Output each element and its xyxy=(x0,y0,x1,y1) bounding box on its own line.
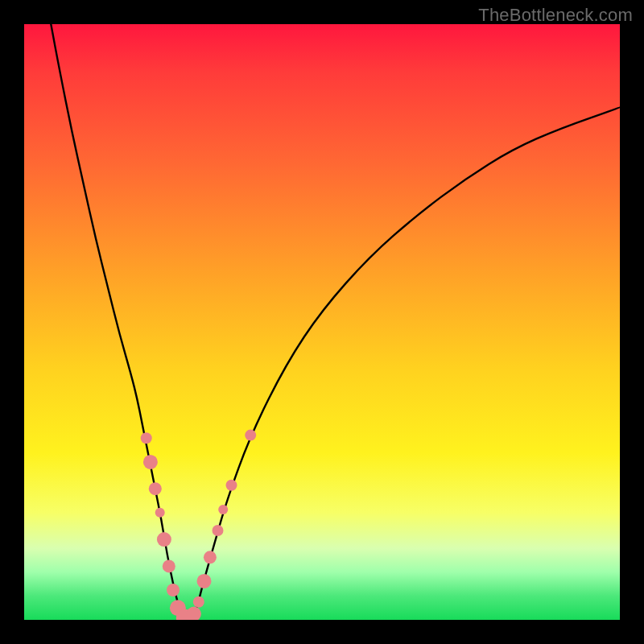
curve-marker xyxy=(245,430,256,441)
curve-marker xyxy=(187,607,201,620)
curve-marker xyxy=(204,551,217,564)
plot-area xyxy=(24,24,620,620)
curve-marker xyxy=(197,574,212,588)
chart-stage: TheBottleneck.com xyxy=(0,0,644,644)
curve-marker xyxy=(213,525,224,536)
curve-marker xyxy=(226,480,237,491)
curve-marker xyxy=(155,508,165,518)
watermark-text: TheBottleneck.com xyxy=(478,5,633,26)
bottleneck-curve xyxy=(51,24,620,620)
curve-marker xyxy=(163,559,175,572)
curve-marker xyxy=(149,482,162,495)
curve-marker xyxy=(218,505,228,514)
curve-marker xyxy=(193,597,204,608)
chart-overlay xyxy=(24,24,620,620)
curve-marker xyxy=(157,532,171,547)
curve-marker xyxy=(167,584,180,597)
curve-marker xyxy=(141,432,152,444)
curve-markers xyxy=(141,430,257,620)
curve-marker xyxy=(143,455,158,469)
